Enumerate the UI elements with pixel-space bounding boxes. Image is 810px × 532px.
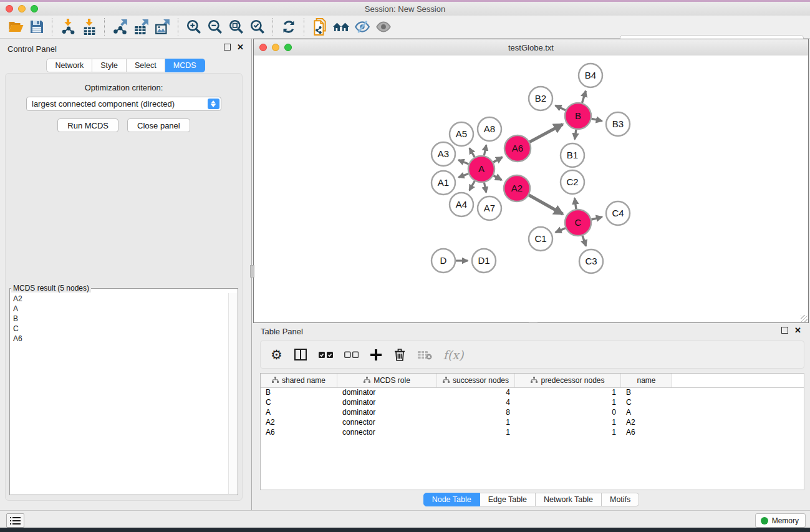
tab-network[interactable]: Network <box>46 59 92 72</box>
graph-edge-C-C1[interactable] <box>556 228 566 233</box>
graph-edge-A-A6[interactable] <box>493 157 503 162</box>
graph-node-A5[interactable]: A5 <box>450 122 473 146</box>
graph-node-A6[interactable]: A6 <box>504 135 531 162</box>
table-row[interactable]: Adominator80A <box>261 408 804 418</box>
delete-table-icon[interactable] <box>417 350 432 360</box>
graph-edge-C-C2[interactable] <box>575 198 576 209</box>
close-panel-button[interactable]: Close panel <box>127 118 190 132</box>
tab-mcds[interactable]: MCDS <box>165 59 205 72</box>
graph-edge-B-B3[interactable] <box>592 118 602 120</box>
resize-grip[interactable] <box>801 315 808 322</box>
table-settings-icon[interactable]: ⚙ <box>271 349 282 361</box>
clone-network-icon[interactable] <box>309 17 330 36</box>
function-builder-icon[interactable]: f(x) <box>443 348 464 362</box>
graph-node-B[interactable]: B <box>565 103 591 129</box>
table-row[interactable]: A6connector11A6 <box>261 428 804 438</box>
mcds-result-item[interactable]: A6 <box>13 334 229 344</box>
table-row[interactable]: Cdominator41C <box>261 398 804 408</box>
network-canvas[interactable]: B4B2BB3A5A8A6A3B1AA1C2A2A4A7C4CC1C3DD1 <box>254 56 808 322</box>
column-header-successor-nodes[interactable]: successor nodes <box>437 374 515 387</box>
graph-edge-A-A2[interactable] <box>493 176 501 180</box>
graph-edge-A-A5[interactable] <box>470 148 475 157</box>
graph-node-A2[interactable]: A2 <box>504 175 530 201</box>
mcds-result-item[interactable]: A2 <box>13 294 229 304</box>
graph-node-C3[interactable]: C3 <box>579 249 603 273</box>
table-scrollbar[interactable] <box>804 373 804 490</box>
tab-select[interactable]: Select <box>127 59 165 72</box>
memory-button[interactable]: Memory <box>755 513 806 528</box>
tab-style[interactable]: Style <box>92 59 127 72</box>
add-row-icon[interactable] <box>370 349 382 361</box>
graph-edge-A-A4[interactable] <box>470 181 475 190</box>
table-row[interactable]: A2connector11A2 <box>261 418 804 428</box>
close-table-panel-icon[interactable]: ✕ <box>794 327 801 334</box>
graph-edge-A-A1[interactable] <box>458 173 468 177</box>
result-scrollbar[interactable] <box>228 293 237 494</box>
graph-node-C4[interactable]: C4 <box>606 201 630 225</box>
select-all-rows-icon[interactable] <box>319 351 333 359</box>
graph-node-B1[interactable]: B1 <box>561 143 584 167</box>
zoom-fit-icon[interactable] <box>226 17 247 36</box>
float-table-panel-icon[interactable] <box>781 327 788 334</box>
delete-row-icon[interactable] <box>393 348 406 362</box>
show-detail-icon[interactable] <box>373 17 394 36</box>
import-network-icon[interactable] <box>57 17 79 36</box>
table-row[interactable]: Bdominator41B <box>261 388 804 398</box>
graph-edge-C-C4[interactable] <box>591 217 602 220</box>
graph-node-A3[interactable]: A3 <box>432 142 455 166</box>
graph-edge-A6-B[interactable] <box>529 124 562 142</box>
tab-network-table[interactable]: Network Table <box>536 493 602 506</box>
column-header-name[interactable]: name <box>621 374 672 387</box>
column-header-shared-name[interactable]: shared name <box>261 374 337 387</box>
graph-node-A8[interactable]: A8 <box>478 117 501 141</box>
zoom-in-icon[interactable] <box>183 17 205 36</box>
zoom-selected-icon[interactable] <box>247 17 268 36</box>
graph-edge-B-B4[interactable] <box>582 91 586 103</box>
open-session-icon[interactable] <box>5 17 26 36</box>
graph-node-C1[interactable]: C1 <box>529 227 552 251</box>
export-network-icon[interactable] <box>110 17 131 36</box>
column-header-predecessor-nodes[interactable]: predecessor nodes <box>515 374 621 387</box>
mcds-result-item[interactable]: C <box>13 324 229 334</box>
graph-node-D1[interactable]: D1 <box>472 249 496 273</box>
graph-node-B4[interactable]: B4 <box>579 64 602 87</box>
graph-node-A[interactable]: A <box>468 156 494 182</box>
tab-motifs[interactable]: Motifs <box>602 493 639 506</box>
float-panel-icon[interactable] <box>224 44 231 51</box>
graph-edge-A-A3[interactable] <box>458 160 468 164</box>
tab-edge-table[interactable]: Edge Table <box>480 493 536 506</box>
home-views-icon[interactable] <box>330 17 352 36</box>
graph-node-A4[interactable]: A4 <box>450 193 473 216</box>
graph-edge-B-B2[interactable] <box>556 105 566 110</box>
close-panel-icon[interactable]: ✕ <box>237 44 244 51</box>
export-table-icon[interactable] <box>131 17 152 36</box>
graph-node-B3[interactable]: B3 <box>606 112 630 136</box>
task-history-button[interactable] <box>6 513 24 528</box>
mcds-result-item[interactable]: A <box>13 304 229 314</box>
criterion-select[interactable]: largest connected component (directed) <box>26 97 221 111</box>
deselect-all-rows-icon[interactable] <box>344 351 359 359</box>
tab-node-table[interactable]: Node Table <box>423 493 480 506</box>
zoom-out-icon[interactable] <box>205 17 226 36</box>
refresh-layout-icon[interactable] <box>278 17 299 36</box>
columns-icon[interactable] <box>294 348 307 362</box>
graph-node-D[interactable]: D <box>432 249 455 273</box>
save-session-icon[interactable] <box>26 17 47 36</box>
graph-node-C[interactable]: C <box>565 210 591 236</box>
export-image-icon[interactable] <box>152 17 173 36</box>
column-header-MCDS-role[interactable]: MCDS role <box>337 374 437 387</box>
graph-edge-A-A7[interactable] <box>484 183 486 193</box>
graph-node-A7[interactable]: A7 <box>478 196 501 220</box>
graph-node-B2[interactable]: B2 <box>529 87 552 110</box>
import-table-icon[interactable] <box>79 17 100 36</box>
graph-edge-C-C3[interactable] <box>582 236 586 246</box>
vertical-scrollbar-thumb[interactable] <box>250 265 254 278</box>
graph-edge-B-B1[interactable] <box>575 130 576 139</box>
hide-detail-icon[interactable] <box>352 17 373 36</box>
mcds-result-item[interactable]: B <box>13 314 229 324</box>
graph-node-A1[interactable]: A1 <box>432 171 455 195</box>
graph-edge-A2-C[interactable] <box>529 195 562 215</box>
graph-edge-A-A8[interactable] <box>484 145 486 155</box>
graph-node-C2[interactable]: C2 <box>561 170 584 194</box>
run-mcds-button[interactable]: Run MCDS <box>57 118 118 132</box>
